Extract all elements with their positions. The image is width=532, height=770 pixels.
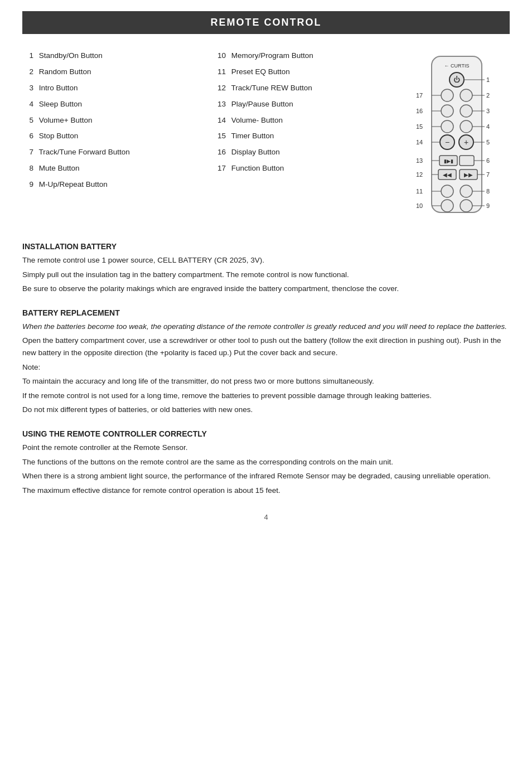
svg-point-7 [460,89,472,101]
svg-text:← CURTIS: ← CURTIS [444,63,470,69]
item-number: 10 [215,51,226,61]
svg-point-53 [441,200,453,212]
list-item: 10 Memory/Program Button [215,51,313,61]
left-button-list: 1 Standby/On Button2 Random Button3 Intr… [22,51,130,225]
svg-text:2: 2 [486,92,490,99]
svg-text:13: 13 [416,157,423,164]
section-body: Point the remote controller at the Remot… [22,442,510,496]
list-item: 16 Display Button [215,147,313,158]
svg-text:1: 1 [486,76,490,83]
svg-text:4: 4 [486,123,490,130]
svg-text:15: 15 [416,123,423,130]
paragraph: Simply pull out the insulation tag in th… [22,269,510,281]
paragraph: When the batteries become too weak, the … [22,321,510,333]
list-item: 11 Preset EQ Button [215,67,313,78]
svg-text:⏻: ⏻ [453,76,460,84]
right-button-list: 10 Memory/Program Button11 Preset EQ But… [215,51,313,225]
item-number: 13 [215,99,226,110]
list-item: 15 Timer Button [215,131,313,142]
page-number-value: 4 [264,513,268,521]
svg-text:◀◀: ◀◀ [443,172,452,178]
paragraph: To maintain the accuracy and long life o… [22,375,510,388]
list-item: 7 Track/Tune Forward Button [22,147,130,158]
header-title: REMOTE CONTROL [211,17,322,28]
list-item: 5 Volume+ Button [22,115,130,126]
paragraph: The maximum effective distance for remot… [22,485,510,497]
svg-point-47 [441,185,453,197]
svg-text:8: 8 [486,188,490,195]
paragraph: Open the battery compartment cover, use … [22,335,510,359]
list-item: 4 Sleep Button [22,99,130,110]
paragraph: The functions of the buttons on the remo… [22,456,510,468]
svg-point-54 [460,200,472,212]
list-item: 2 Random Button [22,67,130,78]
list-item: 6 Stop Button [22,131,130,142]
item-number: 14 [215,115,226,126]
item-number: 17 [215,163,226,174]
item-number: 9 [22,180,33,190]
item-number: 15 [215,131,226,142]
section-body: When the batteries become too weak, the … [22,321,510,416]
paragraph: Point the remote controller at the Remot… [22,442,510,454]
list-item: 3 Intro Button [22,83,130,94]
svg-text:10: 10 [416,202,423,209]
paragraph: Be sure to observe the polarity makings … [22,283,510,295]
item-number: 1 [22,51,33,61]
svg-text:▮▶▮: ▮▶▮ [443,158,453,164]
list-item: 13 Play/Pause Button [215,99,313,110]
paragraph: Note: [22,361,510,374]
svg-rect-34 [460,156,474,166]
svg-text:+: + [464,138,468,147]
svg-point-19 [460,120,472,133]
svg-text:3: 3 [486,108,490,114]
remote-section: 1 Standby/On Button2 Random Button3 Intr… [22,51,510,225]
paragraph: The remote control use 1 power source, C… [22,254,510,267]
section-title: BATTERY REPLACEMENT [22,308,510,317]
svg-point-18 [441,120,453,133]
item-number: 5 [22,115,33,126]
item-number: 6 [22,131,33,142]
item-number: 11 [215,67,226,78]
item-number: 8 [22,163,33,174]
page-header: REMOTE CONTROL [22,11,510,34]
list-item: 17 Function Button [215,163,313,174]
svg-text:17: 17 [416,92,423,99]
svg-text:6: 6 [486,157,490,164]
paragraph: If the remote control is not used for a … [22,390,510,402]
svg-text:12: 12 [416,171,423,178]
section-title: USING THE REMOTE CONTROLLER CORRECTLY [22,429,510,438]
item-number: 3 [22,83,33,94]
svg-text:7: 7 [486,171,490,178]
svg-text:−: − [445,138,449,147]
page-number: 4 [22,513,510,521]
item-number: 2 [22,67,33,78]
item-number: 16 [215,147,226,158]
svg-point-13 [460,105,472,117]
remote-svg: ← CURTIS ⏻ 1 17 2 16 3 [398,51,510,224]
sections-container: INSTALLATION BATTERYThe remote control u… [22,242,510,496]
svg-point-6 [441,89,453,101]
paragraph: Do not mix different types of batteries,… [22,404,510,416]
section-body: The remote control use 1 power source, C… [22,254,510,295]
svg-text:11: 11 [416,188,423,195]
section-title: INSTALLATION BATTERY [22,242,510,251]
paragraph: When there is a strong ambient light sou… [22,470,510,482]
svg-text:▶▶: ▶▶ [464,172,473,178]
svg-text:5: 5 [486,139,490,146]
svg-text:9: 9 [486,202,490,209]
item-number: 7 [22,147,33,158]
list-item: 1 Standby/On Button [22,51,130,61]
list-item: 8 Mute Button [22,163,130,174]
list-item: 12 Track/Tune REW Button [215,83,313,94]
list-item: 9 M-Up/Repeat Button [22,180,130,190]
svg-text:14: 14 [416,139,423,146]
remote-diagram: ← CURTIS ⏻ 1 17 2 16 3 [398,51,510,225]
item-number: 12 [215,83,226,94]
list-item: 14 Volume- Button [215,115,313,126]
svg-point-48 [460,185,472,197]
svg-text:16: 16 [416,108,423,114]
svg-point-12 [441,105,453,117]
item-number: 4 [22,99,33,110]
